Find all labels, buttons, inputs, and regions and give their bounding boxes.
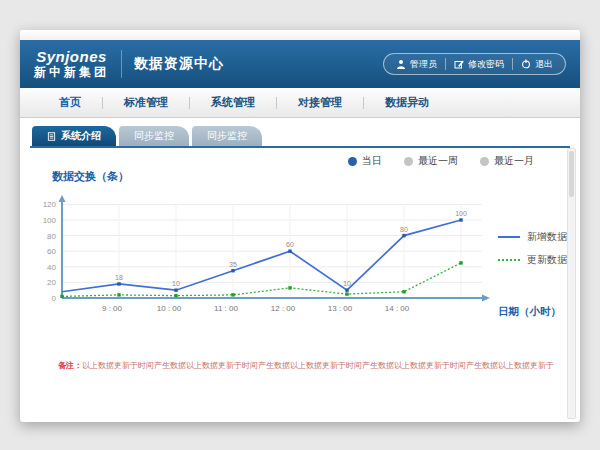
- svg-text:60: 60: [47, 247, 56, 256]
- svg-text:60: 60: [286, 241, 294, 248]
- svg-text:11 : 00: 11 : 00: [214, 304, 238, 313]
- user-menu-button[interactable]: 管理员: [388, 58, 445, 71]
- svg-text:35: 35: [229, 261, 237, 268]
- time-range-options: 当日 最近一周 最近一月: [348, 154, 534, 168]
- user-toolbar: 管理员 修改密码 退出: [383, 53, 566, 75]
- svg-text:13 : 00: 13 : 00: [328, 304, 353, 313]
- option-label: 最近一月: [494, 154, 534, 168]
- logo[interactable]: Synjones 新中新集团: [34, 49, 109, 79]
- tab-system-intro[interactable]: 系统介绍: [32, 126, 116, 146]
- tab-label: 系统介绍: [61, 126, 101, 146]
- nav-item-standard-mgmt[interactable]: 标准管理: [103, 95, 189, 110]
- radio-selected-icon: [348, 157, 357, 166]
- option-last-month[interactable]: 最近一月: [480, 154, 534, 168]
- svg-text:12 : 00: 12 : 00: [271, 304, 296, 313]
- nav-item-interface-mgmt[interactable]: 对接管理: [277, 95, 363, 110]
- user-icon: [396, 59, 406, 69]
- svg-text:40: 40: [47, 263, 56, 272]
- svg-text:80: 80: [47, 232, 56, 241]
- window-top-strip: [20, 30, 580, 40]
- logout-button[interactable]: 退出: [513, 58, 561, 71]
- nav-item-system-mgmt[interactable]: 系统管理: [190, 95, 276, 110]
- logout-label: 退出: [535, 58, 553, 71]
- page-title: 数据资源中心: [134, 55, 224, 73]
- svg-text:0: 0: [52, 294, 57, 303]
- radio-icon: [480, 157, 489, 166]
- document-icon: [47, 132, 56, 141]
- change-password-label: 修改密码: [468, 58, 504, 71]
- x-axis-title: 日期（小时）: [498, 305, 561, 319]
- nav-item-data-change[interactable]: 数据异动: [364, 95, 450, 110]
- svg-text:80: 80: [400, 226, 408, 233]
- tab-underline: [30, 146, 570, 148]
- app-header: Synjones 新中新集团 数据资源中心 管理员 修改密码: [20, 40, 580, 88]
- legend-item-new-data[interactable]: 新增数据: [498, 230, 567, 244]
- logo-wordmark: Synjones: [34, 49, 109, 66]
- svg-text:10: 10: [172, 280, 180, 287]
- y-axis-title: 数据交换（条）: [52, 169, 129, 184]
- line-chart: 0204060801001209 : 0010 : 0011 : 0012 : …: [36, 194, 494, 318]
- chart-legend: 新增数据 更新数据: [498, 230, 567, 276]
- option-label: 最近一周: [418, 154, 458, 168]
- scrollbar[interactable]: [567, 148, 576, 419]
- scrollbar-thumb[interactable]: [569, 151, 574, 197]
- option-today[interactable]: 当日: [348, 154, 382, 168]
- svg-text:100: 100: [43, 216, 57, 225]
- footnote: 备注：以上数据更新于时间产生数据以上数据更新于时间产生数据以上数据更新于时间产生…: [58, 360, 528, 371]
- tab-bar: 系统介绍 同步监控 同步监控: [32, 126, 262, 146]
- header-divider: [121, 50, 122, 78]
- main-nav: 首页 标准管理 系统管理 对接管理 数据异动: [20, 88, 580, 118]
- app-window: Synjones 新中新集团 数据资源中心 管理员 修改密码: [20, 30, 580, 422]
- tab-label: 同步监控: [207, 126, 247, 146]
- power-icon: [521, 59, 531, 69]
- tab-sync-monitor-1[interactable]: 同步监控: [119, 126, 189, 146]
- change-password-button[interactable]: 修改密码: [446, 58, 512, 71]
- radio-icon: [404, 157, 413, 166]
- legend-label: 新增数据: [527, 230, 567, 244]
- legend-label: 更新数据: [527, 253, 567, 267]
- svg-text:14 : 00: 14 : 00: [385, 304, 410, 313]
- svg-text:20: 20: [47, 278, 56, 287]
- legend-item-update-data[interactable]: 更新数据: [498, 253, 567, 267]
- svg-text:18: 18: [115, 274, 123, 281]
- tab-sync-monitor-2[interactable]: 同步监控: [192, 126, 262, 146]
- footnote-text: 以上数据更新于时间产生数据以上数据更新于时间产生数据以上数据更新于时间产生数据以…: [82, 361, 554, 370]
- svg-text:9 : 00: 9 : 00: [102, 304, 123, 313]
- option-last-week[interactable]: 最近一周: [404, 154, 458, 168]
- footnote-label: 备注：: [58, 361, 82, 370]
- svg-text:100: 100: [455, 210, 467, 217]
- svg-text:120: 120: [43, 200, 57, 209]
- edit-icon: [454, 59, 464, 69]
- svg-text:10: 10: [343, 280, 351, 287]
- option-label: 当日: [362, 154, 382, 168]
- nav-item-home[interactable]: 首页: [38, 95, 102, 110]
- logo-company-name: 新中新集团: [34, 66, 109, 79]
- tab-label: 同步监控: [134, 126, 174, 146]
- legend-line-dotted-icon: [498, 259, 520, 261]
- svg-text:10 : 00: 10 : 00: [157, 304, 182, 313]
- user-menu-label: 管理员: [410, 58, 437, 71]
- legend-line-solid-icon: [498, 236, 520, 238]
